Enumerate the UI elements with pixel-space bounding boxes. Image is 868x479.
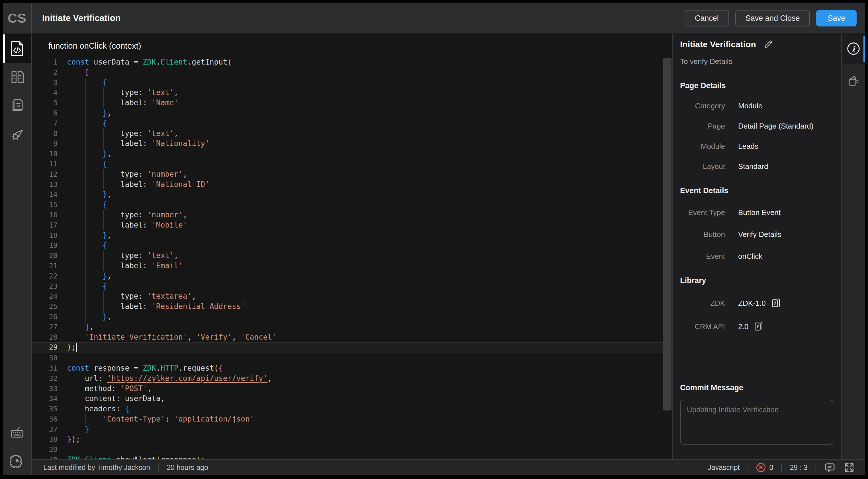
editor-scrollbar[interactable] bbox=[662, 58, 672, 459]
code-line[interactable]: 20 type: 'text', bbox=[32, 250, 672, 261]
scrollbar-thumb[interactable] bbox=[663, 58, 672, 410]
feedback-comment-icon[interactable] bbox=[824, 462, 836, 473]
sidebar-item-compare-files[interactable] bbox=[3, 63, 31, 91]
line-number: 2 bbox=[32, 67, 58, 78]
detail-label: Event bbox=[680, 252, 725, 261]
save-button[interactable]: Save bbox=[816, 10, 857, 27]
code-line[interactable]: 7 { bbox=[32, 118, 672, 129]
code-line[interactable]: 5 label: 'Name' bbox=[32, 98, 672, 108]
code-line[interactable]: 31const response = ZDK.HTTP.request({ bbox=[32, 363, 672, 374]
code-line[interactable]: 6 }, bbox=[32, 108, 672, 118]
save-and-close-button[interactable]: Save and Close bbox=[735, 10, 810, 27]
code-line[interactable]: 9 label: 'Nationality' bbox=[32, 139, 672, 149]
info-tab[interactable]: i bbox=[842, 34, 865, 64]
code-line[interactable]: 19 { bbox=[32, 240, 672, 250]
code-line[interactable]: 33 method: 'POST', bbox=[32, 384, 672, 394]
code-editor[interactable]: function onClick (context) 1const userDa… bbox=[32, 34, 672, 459]
error-icon: ✕ bbox=[756, 463, 766, 472]
code-line[interactable]: 24 type: 'textarea', bbox=[32, 291, 672, 302]
line-number: 15 bbox=[32, 200, 58, 210]
line-number: 32 bbox=[32, 374, 58, 384]
sidebar-item-debug[interactable] bbox=[3, 120, 31, 148]
top-bar: CS Initiate Verification Cancel Save and… bbox=[3, 3, 865, 34]
right-rail: i bbox=[841, 34, 865, 459]
fullscreen-expand-icon[interactable] bbox=[843, 462, 855, 473]
samples-tab[interactable] bbox=[842, 64, 865, 98]
section-heading: Event Details bbox=[680, 186, 833, 195]
script-name: Initiate Verification bbox=[680, 39, 756, 49]
detail-value: Verify Details bbox=[738, 230, 781, 239]
commit-message-input[interactable] bbox=[680, 400, 833, 445]
svg-text:i: i bbox=[852, 45, 856, 53]
language-label: Javascript bbox=[708, 464, 740, 472]
code-line[interactable]: 34 content: userData, bbox=[32, 394, 672, 404]
code-line[interactable]: 2 [ bbox=[32, 67, 672, 78]
sidebar-item-code-file[interactable] bbox=[3, 34, 31, 63]
line-number: 4 bbox=[32, 88, 58, 98]
code-line[interactable]: 17 label: 'Mobile' bbox=[32, 220, 672, 230]
code-line[interactable]: 15 { bbox=[32, 200, 672, 210]
code-line[interactable]: 40ZDK.Client.showAlert(response); bbox=[32, 455, 672, 459]
line-number: 11 bbox=[32, 159, 58, 169]
code-line[interactable]: 36 'Content-Type': 'application/json' bbox=[32, 414, 672, 424]
code-line[interactable]: 11 { bbox=[32, 159, 672, 169]
cancel-button[interactable]: Cancel bbox=[685, 10, 729, 27]
code-line[interactable]: 3 { bbox=[32, 78, 672, 88]
code-line[interactable]: 28 'Initiate Verification', 'Verify', 'C… bbox=[32, 332, 672, 342]
debug-icon bbox=[10, 127, 25, 141]
code-line[interactable]: 30 bbox=[32, 353, 672, 363]
code-text: label: 'Email' bbox=[67, 261, 183, 271]
code-text: { bbox=[67, 281, 107, 292]
code-line[interactable]: 16 type: 'number', bbox=[32, 210, 672, 220]
code-text: } bbox=[67, 424, 89, 435]
code-line[interactable]: 13 label: 'National ID' bbox=[32, 179, 672, 190]
details-panel: Initiate Verification To verify Details … bbox=[672, 34, 841, 459]
sidebar-item-keyboard-shortcuts[interactable] bbox=[3, 418, 31, 447]
sidebar-item-script-list[interactable] bbox=[3, 91, 31, 120]
code-line[interactable]: 27 ], bbox=[32, 322, 672, 332]
modified-time-text: 20 hours ago bbox=[166, 464, 208, 472]
line-number: 3 bbox=[32, 78, 58, 88]
cursor-position: 29 : 3 bbox=[790, 464, 808, 472]
code-line[interactable]: 23 { bbox=[32, 281, 672, 292]
code-line[interactable]: 25 label: 'Residential Address' bbox=[32, 302, 672, 312]
doc-reference-icon[interactable]: ? bbox=[754, 321, 763, 332]
detail-value: Module bbox=[738, 102, 762, 110]
code-text: label: 'Name' bbox=[67, 98, 178, 108]
detail-row: ModuleLeads bbox=[680, 142, 833, 151]
code-text: label: 'National ID' bbox=[67, 179, 210, 190]
script-list-icon bbox=[10, 98, 24, 113]
line-number: 10 bbox=[32, 149, 58, 159]
code-line[interactable]: 1const userData = ZDK.Client.getInput( bbox=[32, 57, 672, 67]
code-line[interactable]: 18 }, bbox=[32, 230, 672, 241]
detail-row: Event TypeButton Event bbox=[680, 208, 833, 217]
code-text: 'Content-Type': 'application/json' bbox=[67, 414, 254, 424]
code-line[interactable]: 37 } bbox=[32, 424, 672, 435]
code-line[interactable]: 38}); bbox=[32, 434, 672, 445]
code-line[interactable]: 35 headers: { bbox=[32, 404, 672, 414]
code-line[interactable]: 21 label: 'Email' bbox=[32, 261, 672, 271]
line-number: 38 bbox=[32, 434, 58, 445]
code-line[interactable]: 4 type: 'text', bbox=[32, 88, 672, 98]
code-line[interactable]: 14 }, bbox=[32, 190, 672, 200]
code-line[interactable]: 32 url: 'https://zylker.com/api/user/ver… bbox=[32, 374, 672, 384]
code-line[interactable]: 26 }, bbox=[32, 312, 672, 322]
code-line[interactable]: 12 type: 'number', bbox=[32, 169, 672, 179]
code-text: { bbox=[67, 200, 107, 210]
sidebar-item-settings[interactable] bbox=[3, 447, 31, 475]
code-line[interactable]: 22 }, bbox=[32, 271, 672, 281]
code-line[interactable]: 8 type: 'text', bbox=[32, 129, 672, 139]
error-count-badge[interactable]: ✕ 0 bbox=[756, 463, 773, 472]
code-line[interactable]: 10 }, bbox=[32, 149, 672, 159]
compare-files-icon bbox=[10, 70, 24, 84]
code-text: label: 'Nationality' bbox=[67, 139, 210, 149]
code-area[interactable]: 1const userData = ZDK.Client.getInput(2 … bbox=[32, 57, 672, 459]
code-line[interactable]: 39 bbox=[32, 445, 672, 455]
doc-reference-icon[interactable]: ? bbox=[771, 298, 781, 308]
line-number: 22 bbox=[32, 271, 58, 281]
detail-row: PageDetail Page (Standard) bbox=[680, 122, 833, 131]
code-line[interactable]: 29); bbox=[32, 342, 672, 353]
line-number: 35 bbox=[32, 404, 58, 414]
edit-pencil-icon[interactable] bbox=[764, 39, 773, 49]
line-number: 12 bbox=[32, 169, 58, 179]
